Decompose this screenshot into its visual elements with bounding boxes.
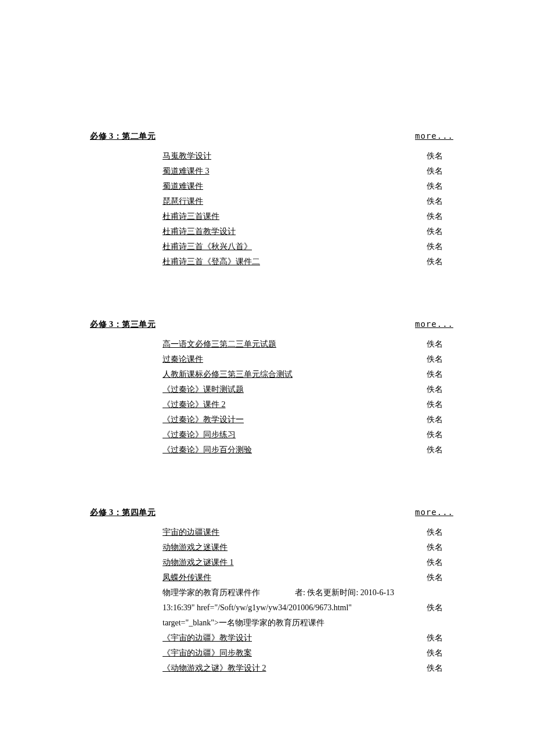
- item-author: 佚名: [427, 179, 453, 194]
- item-link[interactable]: 高一语文必修三第二三单元试题: [163, 340, 276, 348]
- section-title-link[interactable]: 必修 3：第三单元: [90, 319, 156, 330]
- item-author: 佚名: [427, 661, 453, 676]
- item-link[interactable]: 动物游戏之迷课件: [163, 543, 228, 552]
- more-link[interactable]: more...: [415, 319, 453, 329]
- list-item: 宇宙的边疆课件 佚名: [90, 525, 453, 540]
- item-author: 佚名: [427, 540, 453, 555]
- item-link[interactable]: 《过秦论》课件 2: [163, 400, 226, 409]
- list-item: 蜀道难课件 佚名: [90, 179, 453, 194]
- item-link[interactable]: 《过秦论》课时测试题: [163, 385, 244, 394]
- item-author: 佚名: [427, 224, 453, 239]
- item-author: 佚名: [427, 337, 453, 352]
- list-item: 过秦论课件 佚名: [90, 352, 453, 367]
- list-item: 琵琶行课件 佚名: [90, 194, 453, 209]
- item-link[interactable]: 杜甫诗三首《秋兴八首》: [163, 242, 252, 251]
- item-author: 佚名: [427, 239, 453, 254]
- list-item: 《过秦论》教学设计一 佚名: [90, 412, 453, 427]
- item-author: 佚名: [427, 149, 453, 164]
- section-header: 必修 3：第三单元 more...: [90, 319, 453, 330]
- item-author: 佚名: [427, 254, 453, 269]
- item-author: 佚名: [427, 442, 453, 458]
- item-link[interactable]: 《过秦论》同步百分测验: [163, 445, 252, 454]
- list-item: 杜甫诗三首课件 佚名: [90, 209, 453, 224]
- item-author: 佚名: [427, 600, 443, 615]
- list-item: 杜甫诗三首《秋兴八首》 佚名: [90, 239, 453, 254]
- item-author: 佚名: [427, 525, 453, 540]
- item-author: 佚名: [427, 397, 453, 412]
- item-link[interactable]: 《宇宙的边疆》教学设计: [163, 633, 252, 642]
- section-unit-3: 必修 3：第三单元 more... 高一语文必修三第二三单元试题 佚名 过秦论课…: [90, 319, 453, 458]
- item-author: 佚名: [427, 194, 453, 209]
- list-item: 杜甫诗三首《登高》课件二 佚名: [90, 254, 453, 269]
- item-author: 佚名: [427, 570, 453, 585]
- list-item: 《动物游戏之谜》教学设计 2 佚名: [90, 661, 453, 676]
- item-author: 佚名: [427, 412, 453, 427]
- item-link[interactable]: 杜甫诗三首课件: [163, 212, 219, 221]
- list-item: 蜀道难课件 3 佚名: [90, 164, 453, 179]
- item-author: 佚名: [427, 367, 453, 382]
- section-header: 必修 3：第四单元 more...: [90, 507, 453, 518]
- list-item: 《过秦论》课时测试题 佚名: [90, 382, 453, 397]
- item-link[interactable]: 蜀道难课件 3: [163, 167, 210, 175]
- section-header: 必修 3：第二单元 more...: [90, 131, 453, 142]
- section-title-link[interactable]: 必修 3：第四单元: [90, 507, 156, 518]
- item-link[interactable]: 《过秦论》教学设计一: [163, 415, 244, 424]
- more-link[interactable]: more...: [415, 507, 453, 517]
- list-item: 《过秦论》同步练习 佚名: [90, 427, 453, 442]
- item-link[interactable]: 人教新课标必修三第三单元综合测试: [163, 370, 293, 379]
- list-item: 《宇宙的边疆》教学设计 佚名: [90, 631, 453, 646]
- item-link[interactable]: 《过秦论》同步练习: [163, 430, 236, 439]
- item-link[interactable]: 杜甫诗三首教学设计: [163, 227, 236, 236]
- broken-html-text: 物理学家的教育历程课件作 者: 佚名更新时间: 2010-6-13: [90, 585, 453, 600]
- item-author: 佚名: [427, 382, 453, 397]
- list-item: 马嵬教学设计 佚名: [90, 149, 453, 164]
- item-author: 佚名: [427, 164, 453, 179]
- item-link[interactable]: 宇宙的边疆课件: [163, 528, 219, 537]
- list-item: 人教新课标必修三第三单元综合测试 佚名: [90, 367, 453, 382]
- list-item: 动物游戏之谜课件 1 佚名: [90, 555, 453, 570]
- section-title-link[interactable]: 必修 3：第二单元: [90, 131, 156, 142]
- section-unit-4: 必修 3：第四单元 more... 宇宙的边疆课件 佚名 动物游戏之迷课件 佚名…: [90, 507, 453, 676]
- page-content: 必修 3：第二单元 more... 马嵬教学设计 佚名 蜀道难课件 3 佚名 蜀…: [0, 0, 534, 676]
- item-author: 佚名: [427, 427, 453, 442]
- item-author: 佚名: [427, 209, 453, 224]
- item-author: 佚名: [427, 352, 453, 367]
- item-link[interactable]: 杜甫诗三首《登高》课件二: [163, 257, 260, 266]
- item-link[interactable]: 蜀道难课件: [163, 182, 203, 190]
- item-link[interactable]: 《宇宙的边疆》同步教案: [163, 649, 252, 657]
- item-author: 佚名: [427, 555, 453, 570]
- list-item: 《过秦论》课件 2 佚名: [90, 397, 453, 412]
- item-link[interactable]: 过秦论课件: [163, 355, 203, 363]
- broken-text-line1-left: 物理学家的教育历程课件作: [163, 585, 260, 600]
- item-author: 佚名: [427, 631, 453, 646]
- list-item: 《过秦论》同步百分测验 佚名: [90, 442, 453, 458]
- section-unit-2: 必修 3：第二单元 more... 马嵬教学设计 佚名 蜀道难课件 3 佚名 蜀…: [90, 131, 453, 269]
- broken-html-text: target="_blank">一名物理学家的教育历程课件: [90, 615, 453, 631]
- list-item: 杜甫诗三首教学设计 佚名: [90, 224, 453, 239]
- item-link[interactable]: 凤蝶外传课件: [163, 573, 211, 582]
- item-link[interactable]: 动物游戏之谜课件 1: [163, 558, 234, 567]
- item-author: 佚名: [427, 646, 453, 661]
- broken-text-line2: 13:16:39" href="/Soft/yw/g1yw/yw34/20100…: [163, 600, 352, 615]
- broken-text-line1-right: 者: 佚名更新时间: 2010-6-13: [295, 585, 394, 600]
- broken-text-line3: target="_blank">一名物理学家的教育历程课件: [163, 618, 324, 627]
- item-link[interactable]: 《动物游戏之谜》教学设计 2: [163, 664, 266, 672]
- item-link[interactable]: 马嵬教学设计: [163, 152, 211, 160]
- list-item: 凤蝶外传课件 佚名: [90, 570, 453, 585]
- broken-html-text: 13:16:39" href="/Soft/yw/g1yw/yw34/20100…: [90, 600, 453, 615]
- item-link[interactable]: 琵琶行课件: [163, 197, 203, 206]
- list-item: 动物游戏之迷课件 佚名: [90, 540, 453, 555]
- more-link[interactable]: more...: [415, 131, 453, 141]
- list-item: 《宇宙的边疆》同步教案 佚名: [90, 646, 453, 661]
- list-item: 高一语文必修三第二三单元试题 佚名: [90, 337, 453, 352]
